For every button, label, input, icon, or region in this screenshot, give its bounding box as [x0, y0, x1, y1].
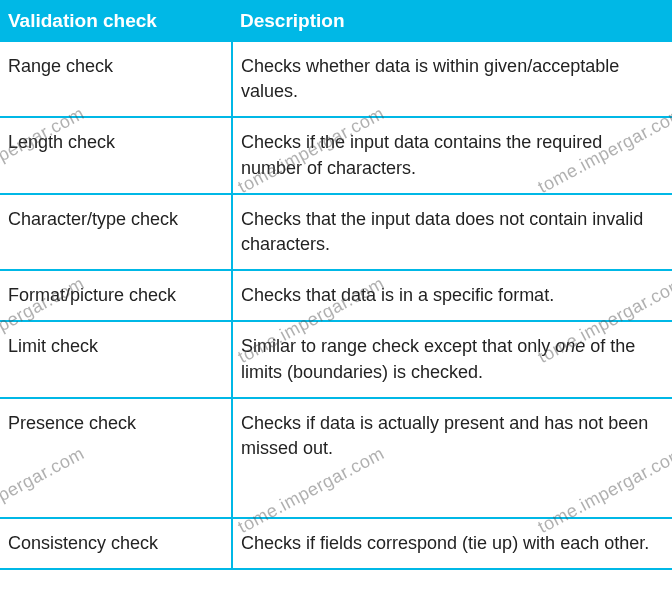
header-description: Description [232, 0, 672, 42]
table-row: Limit check Similar to range check excep… [0, 321, 672, 397]
cell-validation: Range check [0, 42, 232, 117]
table-row: Presence check Checks if data is actuall… [0, 398, 672, 518]
table-row: Character/type check Checks that the inp… [0, 194, 672, 270]
desc-prefix: Similar to range check except that only [241, 336, 555, 356]
table-row: Length check Checks if the input data co… [0, 117, 672, 193]
cell-description: Checks if the input data contains the re… [232, 117, 672, 193]
table-row: Range check Checks whether data is withi… [0, 42, 672, 117]
cell-validation: Format/picture check [0, 270, 232, 321]
table-row: Format/picture check Checks that data is… [0, 270, 672, 321]
header-validation-check: Validation check [0, 0, 232, 42]
cell-description: Similar to range check except that only … [232, 321, 672, 397]
table-row: Consistency check Checks if fields corre… [0, 518, 672, 569]
cell-description: Checks that data is in a specific format… [232, 270, 672, 321]
cell-validation: Presence check [0, 398, 232, 518]
cell-description: Checks whether data is within given/acce… [232, 42, 672, 117]
cell-description: Checks if fields correspond (tie up) wit… [232, 518, 672, 569]
cell-description: Checks that the input data does not cont… [232, 194, 672, 270]
table-header-row: Validation check Description [0, 0, 672, 42]
validation-checks-table: Validation check Description Range check… [0, 0, 672, 570]
cell-validation: Limit check [0, 321, 232, 397]
cell-validation: Length check [0, 117, 232, 193]
cell-validation: Character/type check [0, 194, 232, 270]
cell-description: Checks if data is actually present and h… [232, 398, 672, 518]
desc-em: one [555, 336, 585, 356]
cell-validation: Consistency check [0, 518, 232, 569]
